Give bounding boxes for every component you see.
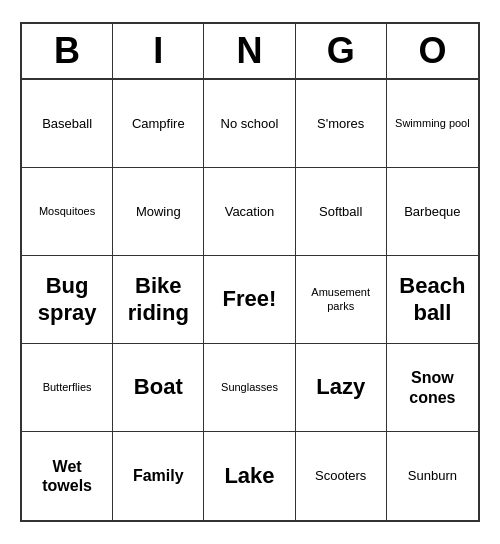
bingo-cell-13: Amusement parks — [296, 256, 387, 344]
bingo-cell-14: Beach ball — [387, 256, 478, 344]
header-letter-N: N — [204, 24, 295, 78]
cell-text-0: Baseball — [42, 116, 92, 132]
bingo-cell-21: Family — [113, 432, 204, 520]
bingo-cell-20: Wet towels — [22, 432, 113, 520]
bingo-cell-18: Lazy — [296, 344, 387, 432]
bingo-cell-4: Swimming pool — [387, 80, 478, 168]
header-letter-G: G — [296, 24, 387, 78]
bingo-cell-1: Campfire — [113, 80, 204, 168]
bingo-grid: BaseballCampfireNo schoolS'moresSwimming… — [22, 80, 478, 520]
cell-text-16: Boat — [134, 374, 183, 400]
bingo-cell-2: No school — [204, 80, 295, 168]
cell-text-17: Sunglasses — [221, 381, 278, 394]
bingo-cell-10: Bug spray — [22, 256, 113, 344]
bingo-cell-24: Sunburn — [387, 432, 478, 520]
cell-text-5: Mosquitoes — [39, 205, 95, 218]
bingo-cell-5: Mosquitoes — [22, 168, 113, 256]
bingo-cell-11: Bike riding — [113, 256, 204, 344]
header-letter-O: O — [387, 24, 478, 78]
bingo-cell-6: Mowing — [113, 168, 204, 256]
cell-text-14: Beach ball — [391, 273, 474, 326]
cell-text-24: Sunburn — [408, 468, 457, 484]
cell-text-19: Snow cones — [391, 368, 474, 406]
cell-text-8: Softball — [319, 204, 362, 220]
bingo-cell-8: Softball — [296, 168, 387, 256]
header-letter-B: B — [22, 24, 113, 78]
bingo-cell-12: Free! — [204, 256, 295, 344]
bingo-cell-22: Lake — [204, 432, 295, 520]
cell-text-10: Bug spray — [26, 273, 108, 326]
bingo-cell-7: Vacation — [204, 168, 295, 256]
bingo-cell-15: Butterflies — [22, 344, 113, 432]
bingo-cell-3: S'mores — [296, 80, 387, 168]
bingo-cell-23: Scooters — [296, 432, 387, 520]
cell-text-12: Free! — [223, 286, 277, 312]
header-letter-I: I — [113, 24, 204, 78]
cell-text-4: Swimming pool — [395, 117, 470, 130]
cell-text-6: Mowing — [136, 204, 181, 220]
bingo-cell-16: Boat — [113, 344, 204, 432]
cell-text-7: Vacation — [225, 204, 275, 220]
bingo-cell-0: Baseball — [22, 80, 113, 168]
cell-text-1: Campfire — [132, 116, 185, 132]
cell-text-20: Wet towels — [26, 457, 108, 495]
cell-text-3: S'mores — [317, 116, 364, 132]
cell-text-18: Lazy — [316, 374, 365, 400]
cell-text-22: Lake — [224, 463, 274, 489]
bingo-cell-19: Snow cones — [387, 344, 478, 432]
bingo-cell-9: Barbeque — [387, 168, 478, 256]
cell-text-2: No school — [221, 116, 279, 132]
cell-text-9: Barbeque — [404, 204, 460, 220]
bingo-header: BINGO — [22, 24, 478, 80]
cell-text-13: Amusement parks — [300, 286, 382, 312]
bingo-card: BINGO BaseballCampfireNo schoolS'moresSw… — [20, 22, 480, 522]
cell-text-21: Family — [133, 466, 184, 485]
cell-text-23: Scooters — [315, 468, 366, 484]
cell-text-11: Bike riding — [117, 273, 199, 326]
bingo-cell-17: Sunglasses — [204, 344, 295, 432]
cell-text-15: Butterflies — [43, 381, 92, 394]
